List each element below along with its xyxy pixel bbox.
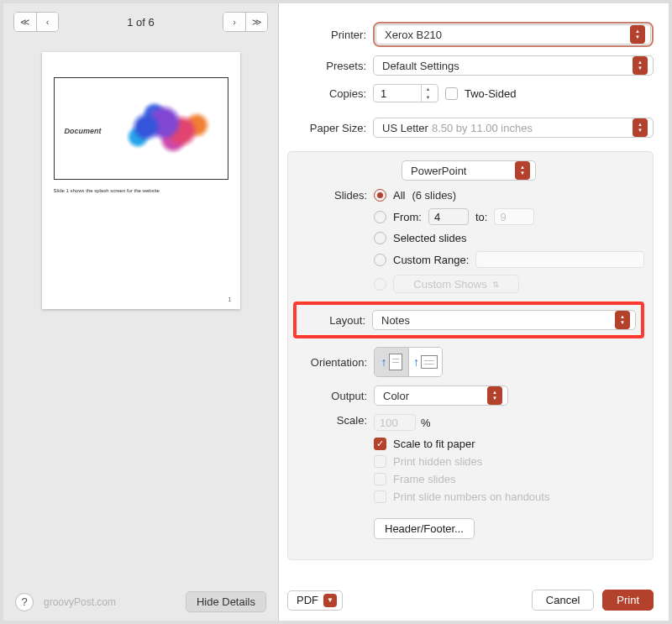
slides-from-input[interactable]: 4 — [428, 208, 469, 225]
orientation-row: Orientation: ↑ ↑ — [293, 347, 644, 377]
slides-custom-shows-radio — [374, 278, 386, 291]
slides-to-input[interactable]: 9 — [494, 208, 534, 225]
nav-last-button[interactable]: ≫ — [245, 13, 267, 31]
printer-select[interactable]: Xerox B210 — [375, 24, 651, 45]
settings-panel: Printer: Xerox B210 Presets: Default Set… — [279, 3, 669, 621]
cancel-button[interactable]: Cancel — [532, 590, 594, 611]
scale-label: Scale: — [293, 414, 374, 427]
page-indicator: 1 of 6 — [67, 16, 214, 29]
print-numbers-label: Print slide numbers on handouts — [393, 490, 549, 503]
header-footer-button[interactable]: Header/Footer... — [374, 518, 475, 539]
slides-custom-range-input[interactable] — [475, 251, 644, 268]
app-select[interactable]: PowerPoint — [402, 160, 536, 181]
paper-size-select[interactable]: US Letter 8.50 by 11.00 inches — [373, 118, 654, 138]
slides-to-label: to: — [475, 211, 487, 223]
nav-forward-group: › ≫ — [223, 12, 268, 32]
printer-value: Xerox B210 — [385, 29, 442, 41]
arrow-up-icon: ↑ — [381, 355, 387, 369]
layout-select[interactable]: Notes — [372, 310, 636, 330]
printer-label: Printer: — [287, 29, 373, 41]
print-hidden-label: Print hidden slides — [393, 455, 482, 468]
pdf-menu-button[interactable]: PDF ▼ — [287, 590, 343, 611]
output-select[interactable]: Color — [374, 385, 508, 406]
print-hidden-checkbox — [374, 455, 386, 468]
portrait-icon — [389, 354, 402, 370]
output-row: Output: Color — [293, 385, 644, 406]
layout-value: Notes — [381, 314, 410, 327]
slides-options: All (6 slides) From: 4 to: 9 Selected sl… — [374, 189, 644, 293]
scale-fit-checkbox[interactable] — [374, 438, 386, 450]
slides-selected-radio[interactable] — [374, 232, 386, 244]
preview-page-num: 1 — [228, 296, 232, 302]
slides-all-count: (6 slides) — [412, 189, 456, 202]
copies-stepper[interactable]: ▲▼ — [421, 85, 434, 102]
scale-checklist: Scale to fit paper Print hidden slides F… — [374, 438, 549, 503]
hide-details-button[interactable]: Hide Details — [186, 591, 266, 612]
app-select-row: PowerPoint — [293, 160, 644, 181]
nav-back-group: ≪ ‹ — [13, 12, 59, 32]
scale-fit-label: Scale to fit paper — [393, 438, 475, 450]
scale-row: Scale: 100 % Scale to fit paper Print — [293, 414, 644, 539]
presets-row: Presets: Default Settings — [287, 55, 654, 76]
frame-slides-checkbox — [374, 473, 386, 485]
presets-value: Default Settings — [382, 60, 459, 72]
layout-label: Layout: — [302, 314, 372, 327]
orientation-label: Orientation: — [293, 356, 374, 369]
paper-size-value: US Letter — [382, 122, 428, 134]
pdf-label: PDF — [297, 594, 318, 606]
dropdown-icon — [630, 25, 645, 44]
dropdown-icon — [633, 118, 648, 137]
two-sided-label: Two-Sided — [465, 87, 516, 100]
arrow-up-icon: ↑ — [413, 355, 419, 369]
slides-from-label: From: — [393, 211, 422, 223]
scale-pct: % — [421, 417, 431, 429]
presets-select[interactable]: Default Settings — [373, 55, 654, 76]
nav-next-button[interactable]: › — [223, 13, 245, 31]
presets-label: Presets: — [287, 60, 373, 72]
paper-size-label: Paper Size: — [287, 122, 373, 134]
output-label: Output: — [293, 390, 374, 402]
slides-selected-label: Selected slides — [393, 232, 466, 244]
preview-splash-graphic — [105, 85, 223, 169]
print-button[interactable]: Print — [602, 590, 654, 611]
nav-prev-button[interactable]: ‹ — [36, 13, 58, 31]
output-value: Color — [383, 390, 409, 402]
paper-size-row: Paper Size: US Letter 8.50 by 11.00 inch… — [287, 118, 654, 138]
slides-custom-shows-select: Custom Shows — [393, 275, 519, 293]
dropdown-icon — [615, 311, 630, 329]
preview-notes: Slide 1 shows the splash screen for the … — [54, 188, 228, 193]
slides-row: Slides: All (6 slides) From: 4 to: 9 — [293, 189, 644, 293]
slides-custom-range-radio[interactable] — [374, 254, 386, 266]
orientation-landscape-button[interactable]: ↑ — [408, 348, 442, 376]
preview-panel: ≪ ‹ 1 of 6 › ≫ Document Slide 1 shows th… — [3, 3, 279, 621]
printer-highlight: Xerox B210 — [373, 22, 654, 47]
nav-first-button[interactable]: ≪ — [14, 13, 36, 31]
slides-custom-range-label: Custom Range: — [393, 254, 469, 266]
copies-label: Copies: — [287, 87, 373, 100]
preview-footer: ? groovyPost.com Hide Details — [3, 583, 278, 621]
preview-nav: ≪ ‹ 1 of 6 › ≫ — [3, 3, 278, 37]
app-options-pane: PowerPoint Slides: All (6 slides) From: … — [287, 151, 654, 560]
chevron-down-icon: ▼ — [323, 594, 337, 607]
help-button[interactable]: ? — [15, 593, 34, 611]
slides-from-radio[interactable] — [374, 211, 386, 223]
slides-all-label: All — [393, 189, 405, 202]
print-dialog: ≪ ‹ 1 of 6 › ≫ Document Slide 1 shows th… — [0, 0, 672, 624]
slides-label: Slides: — [293, 189, 374, 202]
copies-input[interactable]: 1 ▲▼ — [373, 84, 438, 102]
orientation-portrait-button[interactable]: ↑ — [375, 348, 408, 376]
two-sided-checkbox[interactable] — [445, 87, 458, 100]
preview-page: Document Slide 1 shows the splash screen… — [42, 52, 240, 309]
copies-value: 1 — [381, 87, 386, 100]
print-numbers-checkbox — [374, 490, 386, 503]
scale-input: 100 — [374, 414, 416, 431]
dropdown-icon — [515, 161, 530, 180]
slides-all-radio[interactable] — [374, 189, 386, 202]
paper-size-dims: 8.50 by 11.00 inches — [432, 122, 533, 134]
dropdown-icon — [487, 386, 502, 405]
dropdown-icon — [633, 56, 648, 75]
preview-slide-title: Document — [65, 127, 102, 135]
app-select-value: PowerPoint — [411, 165, 466, 177]
copies-row: Copies: 1 ▲▼ Two-Sided — [287, 84, 654, 102]
preview-slide: Document — [54, 77, 228, 180]
